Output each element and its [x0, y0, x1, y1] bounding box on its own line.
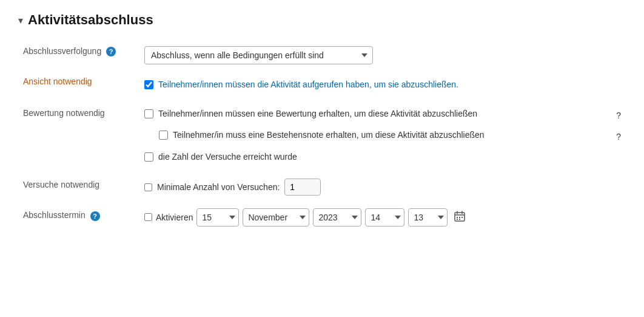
svg-rect-7 — [457, 219, 458, 220]
ansicht-text: Teilnehmer/innen müssen die Aktivität au… — [158, 79, 458, 91]
abschlusstermin-checkbox[interactable] — [144, 213, 152, 221]
ansicht-checkbox-row: Teilnehmer/innen müssen die Aktivität au… — [144, 77, 621, 94]
svg-rect-6 — [461, 217, 463, 218]
bewertung-help-icon1[interactable]: ? — [616, 106, 621, 120]
bewertung-checkbox3-text: die Zahl der Versuche erreicht wurde — [158, 151, 297, 163]
abschlusstermin-minute-select[interactable]: 13 — [408, 208, 448, 227]
abschlusstermin-month-select[interactable]: Januar Februar März April Mai Juni Juli … — [243, 208, 309, 227]
versuche-checkbox[interactable] — [144, 183, 152, 191]
versuche-checkbox-label: Minimale Anzahl von Versuchen: — [157, 182, 280, 192]
abschlusstermin-day-select[interactable]: 15 — [196, 208, 239, 227]
bewertung-label: Bewertung notwendig — [23, 108, 105, 118]
bewertung-checkbox2-row: Teilnehmer/in muss eine Bestehensnote er… — [159, 127, 621, 144]
abschlussverfolgung-help-icon[interactable]: ? — [106, 47, 116, 56]
bewertung-checkbox1-text: Teilnehmer/innen müssen eine Bewertung e… — [158, 108, 477, 120]
ansicht-label: Ansicht notwendig — [23, 77, 92, 86]
abschlusstermin-hour-select[interactable]: 14 — [365, 208, 404, 227]
bewertung-checkbox3-row: die Zahl der Versuche erreicht wurde — [144, 149, 621, 166]
abschlusstermin-row: Abschlusstermin ? Aktivieren 15 Januar F… — [18, 202, 626, 233]
ansicht-row: Ansicht notwendig Teilnehmer/innen müsse… — [18, 70, 626, 100]
bewertung-help-icon2[interactable]: ? — [616, 127, 621, 141]
form-table: Abschlussverfolgung ? Abschluss, wenn al… — [18, 40, 626, 233]
abschlussverfolgung-row: Abschlussverfolgung ? Abschluss, wenn al… — [18, 40, 626, 70]
abschlussverfolgung-select[interactable]: Abschluss, wenn alle Bedingungen erfüllt… — [144, 46, 373, 64]
versuche-row: Versuche notwendig Minimale Anzahl von V… — [18, 171, 626, 202]
versuche-content: Minimale Anzahl von Versuchen: — [144, 179, 621, 196]
bewertung-checkbox1[interactable] — [144, 109, 153, 118]
versuche-label: Versuche notwendig — [23, 180, 99, 189]
bewertung-checkbox1-row: Teilnehmer/innen müssen eine Bewertung e… — [144, 106, 621, 123]
section-title: Aktivitätsabschluss — [28, 12, 153, 28]
svg-rect-8 — [459, 219, 460, 220]
bewertung-checkbox2-text: Teilnehmer/in muss eine Bestehensnote er… — [173, 129, 485, 141]
bewertung-checkbox2[interactable] — [159, 131, 168, 140]
abschlusstermin-aktivieren-label: Aktivieren — [156, 213, 193, 222]
bewertung-checkbox3[interactable] — [144, 152, 153, 162]
svg-rect-5 — [459, 217, 460, 218]
bewertung-row: Bewertung notwendig Teilnehmer/innen müs… — [18, 100, 626, 172]
abschlusstermin-year-select[interactable]: 2023 2024 2025 — [313, 208, 361, 227]
chevron-icon[interactable]: ▾ — [18, 15, 23, 26]
calendar-button[interactable] — [451, 208, 468, 227]
ansicht-checkbox[interactable] — [144, 80, 153, 89]
calendar-icon — [454, 210, 466, 222]
abschlusstermin-help-icon[interactable]: ? — [90, 211, 100, 221]
svg-rect-4 — [457, 217, 458, 218]
versuche-input[interactable] — [284, 179, 321, 196]
abschlussverfolgung-label: Abschlussverfolgung — [23, 46, 101, 56]
abschlusstermin-content: Aktivieren 15 Januar Februar März April … — [144, 208, 621, 227]
abschlusstermin-label: Abschlusstermin — [23, 210, 86, 220]
